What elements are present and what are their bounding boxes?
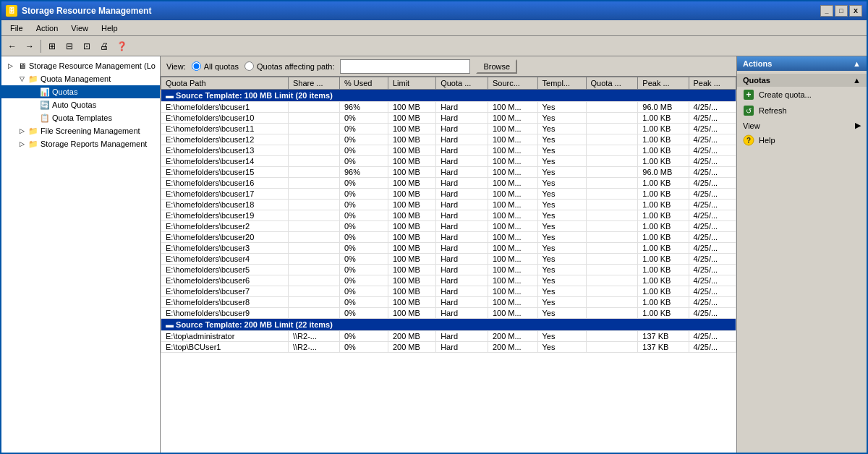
cell-q-extra <box>586 308 638 319</box>
cell-share <box>288 221 339 232</box>
action-refresh[interactable]: ↺ Refresh <box>737 103 867 119</box>
menu-action[interactable]: Action <box>30 22 64 34</box>
maximize-button[interactable]: □ <box>835 5 848 17</box>
main-content: ▷ 🖥 Storage Resource Management (Lo ▽ 📁 … <box>1 56 867 453</box>
table-row[interactable]: E:\homefolders\bcuser2 0% 100 MB Hard 10… <box>161 221 736 232</box>
cell-source: 100 M... <box>488 124 537 134</box>
cell-peak1: 1.00 KB <box>638 210 689 221</box>
expand-icon-quotas <box>27 86 39 98</box>
cell-limit: 100 MB <box>388 232 435 243</box>
tree-item-storage-reports[interactable]: ▷ 📁 Storage Reports Management <box>1 137 160 150</box>
cell-share <box>288 134 339 145</box>
table-row[interactable]: E:\homefolders\bcuser18 0% 100 MB Hard 1… <box>161 200 736 210</box>
cell-source: 100 M... <box>488 232 537 243</box>
path-input[interactable] <box>340 59 470 74</box>
action-create-quota[interactable]: + Create quota... <box>737 87 867 103</box>
cell-pct: 0% <box>339 254 388 265</box>
table-row[interactable]: E:\homefolders\bcuser16 0% 100 MB Hard 1… <box>161 178 736 189</box>
close-button[interactable]: X <box>849 5 862 17</box>
actions-collapse-icon[interactable]: ▲ <box>853 59 861 68</box>
cell-source: 100 M... <box>488 102 537 113</box>
col-peak2[interactable]: Peak ... <box>689 77 736 90</box>
expand-icon-auto <box>27 99 39 111</box>
tree-item-file-screening[interactable]: ▷ 📁 File Screening Management <box>1 124 160 137</box>
cell-limit: 100 MB <box>388 200 435 210</box>
toolbar-btn-3[interactable]: ⊡ <box>79 38 95 54</box>
cell-type: Hard <box>436 189 488 200</box>
toolbar-btn-5[interactable]: ❓ <box>114 38 129 54</box>
col-pct-used[interactable]: % Used <box>339 77 388 90</box>
tree-item-auto-quotas[interactable]: 🔄 Auto Quotas <box>1 98 160 111</box>
cell-type: Hard <box>436 297 488 308</box>
create-quota-icon: + <box>743 89 754 100</box>
minimize-button[interactable]: _ <box>820 5 833 17</box>
col-limit[interactable]: Limit <box>388 77 435 90</box>
cell-path: E:\homefolders\bcuser13 <box>161 145 289 156</box>
toolbar-btn-4[interactable]: 🖨 <box>96 38 112 54</box>
cell-path: E:\top\administrator <box>161 331 289 342</box>
col-peak[interactable]: Peak ... <box>638 77 689 90</box>
table-row[interactable]: E:\homefolders\bcuser1 96% 100 MB Hard 1… <box>161 102 736 113</box>
table-row[interactable]: E:\top\BCUser1 \\R2-... 0% 200 MB Hard 2… <box>161 342 736 353</box>
table-row[interactable]: E:\top\administrator \\R2-... 0% 200 MB … <box>161 331 736 342</box>
table-row[interactable]: E:\homefolders\bcuser5 0% 100 MB Hard 10… <box>161 265 736 275</box>
col-source[interactable]: Sourc... <box>488 77 537 90</box>
tree-item-quota-mgmt[interactable]: ▽ 📁 Quota Management <box>1 72 160 85</box>
table-row[interactable]: E:\homefolders\bcuser13 0% 100 MB Hard 1… <box>161 145 736 156</box>
table-row[interactable]: E:\homefolders\bcuser20 0% 100 MB Hard 1… <box>161 232 736 243</box>
col-quota-path[interactable]: Quota Path <box>161 77 289 90</box>
radio-all-quotas[interactable]: All quotas <box>192 61 239 71</box>
expand-icon: ▷ <box>4 60 16 72</box>
cell-type: Hard <box>436 221 488 232</box>
cell-path: E:\top\BCUser1 <box>161 342 289 353</box>
action-help[interactable]: ? Help <box>737 132 867 148</box>
cell-peak1: 1.00 KB <box>638 124 689 134</box>
table-row[interactable]: E:\homefolders\bcuser8 0% 100 MB Hard 10… <box>161 297 736 308</box>
cell-share <box>288 243 339 254</box>
table-row[interactable]: E:\homefolders\bcuser12 0% 100 MB Hard 1… <box>161 134 736 145</box>
cell-share <box>288 254 339 265</box>
col-template[interactable]: Templ... <box>537 77 586 90</box>
action-view[interactable]: View ▶ <box>737 119 867 132</box>
col-quota-extra[interactable]: Quota ... <box>586 77 638 90</box>
table-row[interactable]: E:\homefolders\bcuser3 0% 100 MB Hard 10… <box>161 243 736 254</box>
back-button[interactable]: ← <box>4 38 20 54</box>
tree-item-quota-templates[interactable]: 📋 Quota Templates <box>1 111 160 124</box>
table-row[interactable]: E:\homefolders\bcuser7 0% 100 MB Hard 10… <box>161 286 736 297</box>
cell-path: E:\homefolders\bcuser2 <box>161 221 289 232</box>
tree-label-quota-templates: Quota Templates <box>52 113 112 122</box>
table-row[interactable]: E:\homefolders\bcuser19 0% 100 MB Hard 1… <box>161 210 736 221</box>
table-row[interactable]: E:\homefolders\bcuser10 0% 100 MB Hard 1… <box>161 113 736 124</box>
cell-limit: 100 MB <box>388 113 435 124</box>
forward-button[interactable]: → <box>22 38 38 54</box>
radio-quotas-path[interactable]: Quotas affecting path: <box>244 61 334 71</box>
browse-button[interactable]: Browse <box>476 59 517 74</box>
table-row[interactable]: E:\homefolders\bcuser6 0% 100 MB Hard 10… <box>161 275 736 286</box>
cell-pct: 0% <box>339 156 388 167</box>
table-row[interactable]: E:\homefolders\bcuser11 0% 100 MB Hard 1… <box>161 124 736 134</box>
cell-pct: 0% <box>339 124 388 134</box>
col-share[interactable]: Share ... <box>288 77 339 90</box>
table-row[interactable]: E:\homefolders\bcuser15 96% 100 MB Hard … <box>161 167 736 178</box>
tree-item-quotas[interactable]: 📊 Quotas <box>1 85 160 98</box>
table-row[interactable]: E:\homefolders\bcuser14 0% 100 MB Hard 1… <box>161 156 736 167</box>
table-row[interactable]: E:\homefolders\bcuser4 0% 100 MB Hard 10… <box>161 254 736 265</box>
toolbar-btn-1[interactable]: ⊞ <box>44 38 60 54</box>
group-header-200mb: ▬ Source Template: 200 MB Limit (22 item… <box>161 319 736 331</box>
table-row[interactable]: E:\homefolders\bcuser9 0% 100 MB Hard 10… <box>161 308 736 319</box>
cell-limit: 200 MB <box>388 342 435 353</box>
toolbar-btn-2[interactable]: ⊟ <box>61 38 77 54</box>
menu-file[interactable]: File <box>4 22 29 34</box>
menu-view[interactable]: View <box>65 22 94 34</box>
cell-path: E:\homefolders\bcuser11 <box>161 124 289 134</box>
radio-quotas-path-input[interactable] <box>244 61 254 71</box>
menu-help[interactable]: Help <box>95 22 124 34</box>
table-body: ▬ Source Template: 100 MB Limit (20 item… <box>161 90 736 353</box>
cell-limit: 200 MB <box>388 331 435 342</box>
radio-all-quotas-input[interactable] <box>192 61 201 71</box>
table-row[interactable]: E:\homefolders\bcuser17 0% 100 MB Hard 1… <box>161 189 736 200</box>
section-collapse-icon[interactable]: ▲ <box>853 76 861 85</box>
tree-item-root[interactable]: ▷ 🖥 Storage Resource Management (Lo <box>1 59 160 72</box>
col-quota-type[interactable]: Quota ... <box>436 77 488 90</box>
cell-limit: 100 MB <box>388 156 435 167</box>
